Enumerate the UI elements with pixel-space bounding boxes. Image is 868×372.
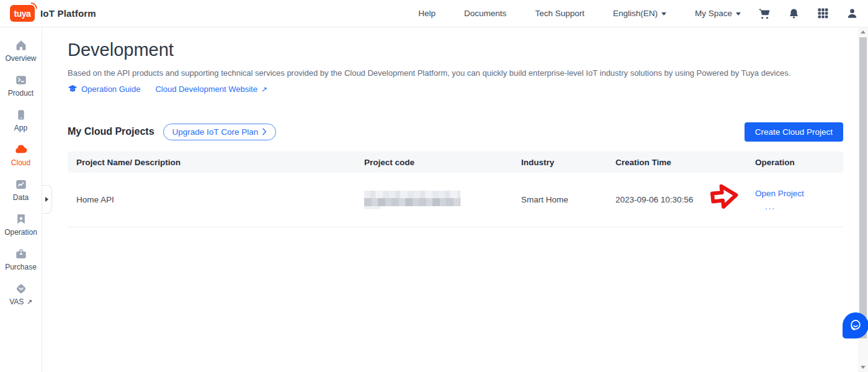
home-icon (15, 39, 27, 52)
bookmark-star-icon (15, 213, 27, 225)
terminal-icon (15, 74, 27, 86)
operation-guide-link[interactable]: Operation Guide (68, 84, 140, 94)
sidebar-item-operation[interactable]: Operation (0, 207, 42, 242)
caret-down-icon (661, 12, 666, 16)
nav-language-select[interactable]: English(EN) (613, 9, 666, 18)
more-actions-ellipsis[interactable]: ... (765, 202, 843, 211)
sidebar-item-data[interactable]: Data (0, 173, 42, 207)
top-header: tuya IoT Platform Help Documents Tech Su… (0, 0, 868, 27)
external-link-icon: ↗ (27, 298, 32, 306)
industry-cell: Smart Home (512, 195, 607, 204)
projects-table: Project Name/ Description Project code I… (68, 152, 843, 227)
mobile-phone-icon (15, 109, 27, 121)
headset-chat-icon (848, 317, 864, 333)
open-project-link[interactable]: Open Project (755, 189, 843, 198)
column-header-code: Project code (356, 158, 512, 167)
project-name-cell: Home API (68, 195, 356, 204)
nav-my-space[interactable]: My Space (695, 9, 741, 18)
column-header-creation-time: Creation Time (607, 158, 746, 167)
column-header-operation: Operation (746, 158, 843, 167)
nav-help[interactable]: Help (418, 9, 436, 18)
links-row: Operation Guide Cloud Development Websit… (68, 84, 267, 94)
page-description: Based on the API products and supporting… (68, 68, 790, 78)
tuya-logo[interactable]: tuya (10, 5, 35, 22)
guide-cap-icon (68, 84, 78, 94)
tuya-iot-platform-app: tuya IoT Platform Help Documents Tech Su… (0, 0, 868, 372)
projects-section-header: My Cloud Projects Upgrade IoT Core Plan … (68, 122, 843, 142)
support-chat-button[interactable] (843, 312, 868, 338)
cart-icon[interactable] (758, 7, 771, 20)
chart-icon (15, 178, 27, 191)
red-annotation-arrow-icon (708, 179, 742, 212)
nav-tech-support[interactable]: Tech Support (535, 9, 584, 18)
chevron-right-icon (45, 197, 48, 202)
chevron-right-icon (262, 128, 267, 135)
table-row: Home API Smart Home 2023-09-06 10:30:56 … (68, 173, 843, 227)
sidebar-item-cloud[interactable]: Cloud (0, 138, 42, 173)
operation-cell: Open Project ... (746, 189, 843, 211)
page-title: Development (68, 40, 174, 60)
main-content: Development Based on the API products an… (42, 27, 858, 372)
briefcase-icon (15, 248, 27, 260)
scroll-down-arrow-icon[interactable] (861, 366, 866, 369)
user-account-icon[interactable] (846, 7, 858, 19)
create-cloud-project-button[interactable]: Create Cloud Project (745, 122, 843, 142)
left-sidebar: Overview Product App Cloud Data Operatio… (0, 27, 42, 372)
scrollbar-thumb[interactable] (859, 37, 867, 338)
upgrade-iot-core-plan-button[interactable]: Upgrade IoT Core Plan (163, 124, 277, 140)
notifications-bell-icon[interactable] (788, 7, 800, 20)
external-link-icon: ↗ (261, 85, 267, 94)
tuya-logo-text: tuya (14, 9, 31, 19)
vas-diamond-icon (15, 283, 27, 295)
section-title: My Cloud Projects (68, 126, 154, 137)
tuya-logo-signal-arc (31, 2, 37, 9)
project-code-cell (356, 191, 512, 209)
cloud-development-website-link[interactable]: Cloud Development Website ↗ (155, 84, 267, 94)
scroll-up-arrow-icon[interactable] (861, 30, 866, 34)
sidebar-item-purchase[interactable]: Purchase (0, 242, 42, 277)
caret-down-icon (736, 12, 741, 16)
header-nav: Help Documents Tech Support English(EN) … (390, 7, 858, 20)
sidebar-item-app[interactable]: App (0, 103, 42, 138)
cloud-icon (14, 143, 28, 156)
sidebar-item-vas[interactable]: VAS ↗ (0, 277, 42, 312)
nav-documents[interactable]: Documents (464, 9, 506, 18)
redacted-project-code (364, 191, 460, 209)
sidebar-item-product[interactable]: Product (0, 68, 42, 103)
table-header-row: Project Name/ Description Project code I… (68, 152, 843, 173)
column-header-industry: Industry (512, 158, 607, 167)
brand-title: IoT Platform (40, 8, 96, 19)
apps-grid-icon[interactable] (817, 7, 829, 19)
sidebar-collapse-handle[interactable] (42, 185, 52, 214)
column-header-name: Project Name/ Description (68, 158, 356, 167)
sidebar-item-overview[interactable]: Overview (0, 34, 42, 68)
